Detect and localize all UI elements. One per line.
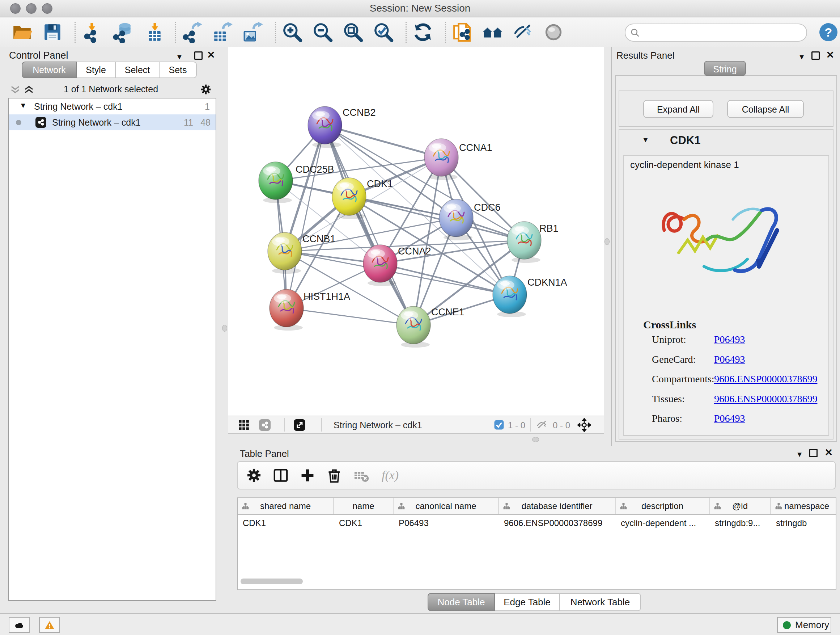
import-network-button[interactable]: [81, 22, 103, 43]
node-HIST1H1A[interactable]: [270, 289, 303, 331]
horizontal-scrollbar[interactable]: [240, 578, 303, 584]
clone-network-button[interactable]: [452, 22, 473, 43]
tab-network-table[interactable]: Network Table: [560, 593, 641, 611]
tab-select[interactable]: Select: [116, 62, 159, 78]
tab-network[interactable]: Network: [22, 62, 77, 78]
vertical-splitter-left[interactable]: [222, 325, 227, 332]
search-box[interactable]: [625, 24, 807, 42]
column-header-namespace[interactable]: namespace: [771, 498, 836, 514]
crosslink-link[interactable]: 9606.ENSP00000378699: [714, 373, 817, 385]
network-graph[interactable]: CCNB2CCNA1CDC25BCDK1CDC6RB1CCNB1CCNA2CDK…: [228, 47, 604, 416]
horizontal-splitter[interactable]: [532, 437, 539, 442]
node-RB1[interactable]: [507, 222, 541, 263]
tab-sets[interactable]: Sets: [159, 62, 197, 78]
collapse-all-button[interactable]: Collapse All: [727, 100, 804, 118]
edge-HIST1H1A-CCNE1[interactable]: [286, 308, 414, 325]
tab-edge-table[interactable]: Edge Table: [495, 593, 560, 611]
table-row[interactable]: CDK1CDK1P064939606.ENSP00000378699cyclin…: [238, 515, 836, 532]
search-input[interactable]: [644, 25, 801, 39]
panel-close-icon[interactable]: ✕: [207, 49, 215, 61]
export-image-button[interactable]: [242, 22, 264, 43]
expand-all-button[interactable]: Expand All: [643, 100, 714, 118]
zoom-selected-button[interactable]: [373, 22, 394, 43]
column-header-database-identifier[interactable]: database identifier: [499, 498, 616, 514]
refresh-button[interactable]: [412, 22, 433, 43]
panel-float-icon[interactable]: [194, 51, 202, 62]
export-table-button[interactable]: [212, 22, 233, 43]
memory-button[interactable]: Memory: [777, 617, 831, 633]
zoom-in-button[interactable]: [282, 22, 303, 43]
panel-menu-icon[interactable]: ▼: [796, 450, 803, 459]
show-columns-icon[interactable]: [272, 467, 289, 484]
shared-column-icon: [620, 503, 627, 510]
panel-float-icon[interactable]: [812, 51, 820, 62]
table-cell[interactable]: 9606.ENSP00000378699: [499, 515, 616, 532]
panel-menu-icon[interactable]: ▼: [176, 53, 183, 61]
grid-view-icon[interactable]: [238, 419, 249, 431]
panel-menu-icon[interactable]: ▼: [798, 53, 805, 61]
home-button[interactable]: [482, 22, 503, 43]
table-cell[interactable]: P06493: [393, 515, 499, 532]
import-database-button[interactable]: [112, 22, 133, 43]
table-cell[interactable]: CDK1: [334, 515, 393, 532]
crosslink-link[interactable]: P06493: [714, 334, 745, 345]
tab-node-table[interactable]: Node Table: [428, 593, 495, 611]
detach-view-icon[interactable]: [294, 419, 305, 431]
node-CDK1[interactable]: [332, 178, 366, 219]
network-canvas[interactable]: CCNB2CCNA1CDC25BCDK1CDC6RB1CCNB1CCNA2CDK…: [228, 47, 604, 416]
protein-structure-image: [650, 176, 802, 299]
column-header-shared-name[interactable]: shared name: [238, 498, 334, 514]
show-eye-button[interactable]: [543, 22, 564, 43]
gear-icon[interactable]: [200, 83, 212, 96]
panel-float-icon[interactable]: [809, 449, 818, 459]
crosslink-link[interactable]: P06493: [714, 413, 745, 424]
add-column-icon[interactable]: [299, 467, 316, 484]
network-row[interactable]: String Network – cdk1 11 48: [9, 114, 216, 130]
import-table-button[interactable]: [142, 22, 163, 43]
control-panel-title: Control Panel: [9, 50, 68, 61]
crosslink-link[interactable]: 9606.ENSP00000378699: [714, 393, 817, 405]
node-CDC25B[interactable]: [259, 162, 293, 203]
column-label: canonical name: [415, 501, 476, 511]
network-badge-icon[interactable]: [259, 419, 271, 431]
table-cell[interactable]: CDK1: [238, 515, 334, 532]
fit-selected-crosshair-icon[interactable]: [577, 418, 591, 432]
zoom-out-button[interactable]: [312, 22, 333, 43]
selected-checkbox[interactable]: [494, 420, 504, 430]
help-button[interactable]: ?: [818, 22, 838, 42]
node-CCNA1[interactable]: [424, 139, 458, 180]
vertical-splitter-right[interactable]: [605, 238, 609, 245]
network-collection-row[interactable]: ▼ String Network – cdk1 1: [9, 98, 216, 114]
hide-eye-button[interactable]: [513, 22, 534, 43]
export-network-button[interactable]: [182, 22, 202, 43]
crosslink-link[interactable]: P06493: [714, 354, 745, 365]
tab-string[interactable]: String: [704, 61, 746, 76]
node-CCNA2[interactable]: [363, 245, 397, 286]
hidden-eye-icon[interactable]: [536, 419, 548, 431]
node-CDKN1A[interactable]: [493, 276, 527, 317]
column-header-name[interactable]: name: [334, 498, 393, 514]
panel-close-icon[interactable]: ✕: [826, 49, 834, 61]
table-cell[interactable]: stringdb: [771, 515, 836, 532]
open-file-button[interactable]: [11, 22, 33, 43]
tab-style[interactable]: Style: [77, 62, 116, 78]
expand-triangle-icon[interactable]: ▼: [19, 101, 27, 110]
table-cell[interactable]: stringdb:9...: [710, 515, 771, 532]
zoom-fit-button[interactable]: [343, 22, 363, 43]
edge-CCNA2-CDKN1A[interactable]: [380, 264, 510, 295]
edge-CCNB2-HIST1H1A[interactable]: [286, 125, 325, 308]
table-cell[interactable]: cyclin-dependent ...: [616, 515, 710, 532]
node-CCNB2[interactable]: [308, 106, 342, 148]
panel-close-icon[interactable]: ✕: [824, 447, 833, 458]
save-session-button[interactable]: [42, 22, 63, 43]
collapse-triangle-icon[interactable]: ▼: [642, 135, 649, 144]
column-header-canonical-name[interactable]: canonical name: [393, 498, 499, 514]
node-CCNB1[interactable]: [268, 233, 302, 274]
cloud-button[interactable]: [9, 617, 30, 633]
column-header-description[interactable]: description: [616, 498, 710, 514]
table-settings-icon[interactable]: [246, 467, 262, 484]
node-CCNE1[interactable]: [396, 306, 431, 348]
delete-column-icon[interactable]: [326, 467, 343, 484]
warnings-button[interactable]: [39, 617, 60, 633]
column-header--id[interactable]: @id: [710, 498, 771, 514]
